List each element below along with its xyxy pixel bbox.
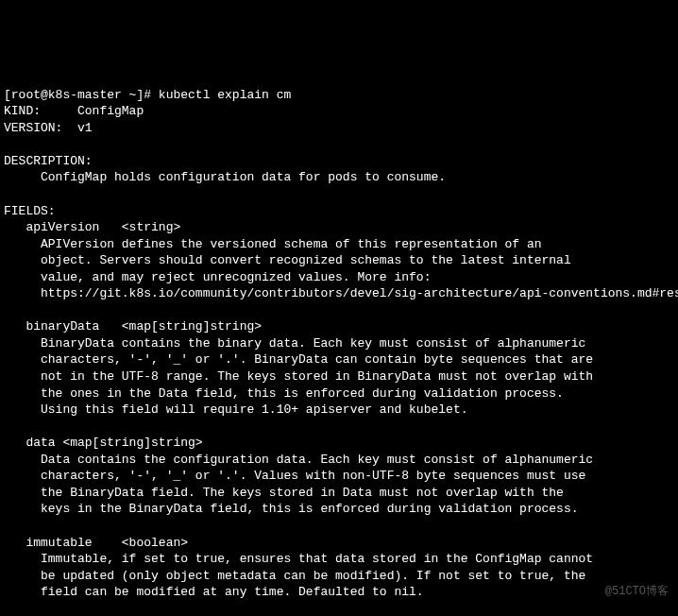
field-immutable-head: immutable <boolean> bbox=[4, 536, 188, 550]
field-binarydata-desc: BinaryData contains the binary data. Eac… bbox=[4, 336, 585, 351]
field-binarydata-head: binaryData <map[string]string> bbox=[4, 319, 262, 334]
field-data-head: data <map[string]string> bbox=[4, 436, 203, 450]
field-immutable-desc: Immutable, if set to true, ensures that … bbox=[4, 552, 593, 566]
fields-header: FIELDS: bbox=[4, 204, 56, 218]
field-binarydata-desc: characters, '-', '_' or '.'. BinaryData … bbox=[4, 352, 593, 367]
terminal-output[interactable]: [root@k8s-master ~]# kubectl explain cm … bbox=[4, 70, 674, 616]
field-immutable-desc: field can be modified at any time. Defau… bbox=[4, 585, 424, 599]
field-apiversion-url: https://git.k8s.io/community/contributor… bbox=[4, 286, 678, 300]
field-apiversion-desc: object. Servers should convert recognize… bbox=[4, 253, 571, 267]
field-data-desc: Data contains the configuration data. Ea… bbox=[4, 453, 593, 467]
field-apiversion-desc: APIVersion defines the versioned schema … bbox=[4, 237, 542, 251]
field-apiversion-desc: value, and may reject unrecognized value… bbox=[4, 270, 431, 284]
description-body: ConfigMap holds configuration data for p… bbox=[4, 170, 446, 184]
field-data-desc: the BinaryData field. The keys stored in… bbox=[4, 486, 564, 500]
field-immutable-desc: be updated (only object metadata can be … bbox=[4, 569, 585, 583]
field-data-desc: characters, '-', '_' or '.'. Values with… bbox=[4, 469, 585, 483]
shell-prompt: [root@k8s-master ~]# bbox=[4, 88, 159, 102]
field-binarydata-desc: not in the UTF-8 range. The keys stored … bbox=[4, 369, 593, 384]
description-header: DESCRIPTION: bbox=[4, 154, 93, 168]
version-line: VERSION: v1 bbox=[4, 121, 93, 135]
command-text: kubectl explain cm bbox=[159, 88, 291, 102]
field-binarydata-desc: Using this field will require 1.10+ apis… bbox=[4, 402, 467, 417]
field-apiversion-head: apiVersion <string> bbox=[4, 220, 180, 234]
kind-line: KIND: ConfigMap bbox=[4, 104, 144, 118]
field-binarydata-desc: the ones in the Data field, this is enfo… bbox=[4, 386, 564, 401]
watermark-text: @51CTO博客 bbox=[605, 584, 669, 599]
field-data-desc: keys in the BinaryData field, this is en… bbox=[4, 502, 579, 516]
